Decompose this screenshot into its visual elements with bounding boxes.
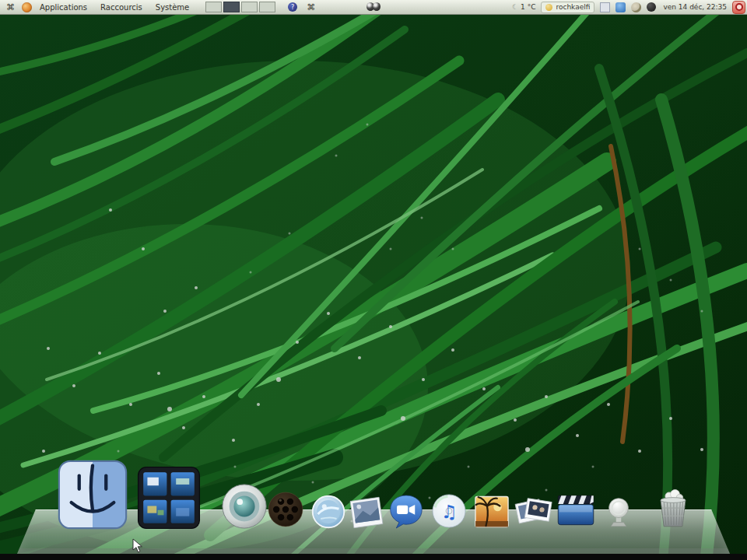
letterbox-bar	[0, 554, 747, 560]
username-label: rochkaelfi	[556, 3, 590, 11]
photo-stack-icon[interactable]	[514, 492, 552, 530]
temperature-label: 1 °C	[521, 3, 535, 11]
menu-applications[interactable]: Applications	[40, 3, 87, 12]
finder-icon[interactable]	[57, 459, 128, 530]
workspace-4[interactable]	[259, 2, 275, 12]
network-icon[interactable]	[615, 2, 626, 12]
window-applet-icon[interactable]	[600, 2, 610, 12]
user-icon	[545, 4, 552, 11]
workspace-switcher[interactable]	[205, 2, 275, 12]
distro-logo-icon[interactable]	[22, 2, 32, 12]
command-icon[interactable]: ⌘	[6, 3, 15, 12]
camera-lens-icon[interactable]	[220, 482, 268, 530]
palm-photo-icon[interactable]	[473, 493, 510, 530]
clock[interactable]: ven 14 déc, 22:35	[663, 3, 727, 11]
volume-icon[interactable]	[647, 2, 656, 12]
music-player-icon[interactable]: ♫	[430, 492, 468, 530]
command-icon-2[interactable]: ⌘	[307, 3, 315, 12]
menu-bar: ⌘ Applications Raccourcis Système ? ⌘ ☾ …	[0, 0, 747, 15]
menu-systeme[interactable]: Système	[156, 3, 189, 12]
spaces-icon[interactable]	[136, 465, 202, 530]
menu-raccourcis[interactable]: Raccourcis	[100, 3, 142, 12]
menu-bar-right: ☾ 1 °C rochkaelfi ven 14 déc, 22:35	[512, 0, 745, 14]
video-chat-icon[interactable]	[388, 493, 425, 530]
menu-bar-left: ⌘ Applications Raccourcis Système ? ⌘	[0, 2, 322, 12]
dock: ♫	[0, 457, 747, 554]
user-switcher-applet[interactable]: rochkaelfi	[541, 2, 594, 13]
film-reel-icon[interactable]	[265, 488, 307, 530]
workspace-1[interactable]	[205, 2, 222, 12]
workspace-2-active[interactable]	[223, 2, 240, 12]
binocular-right	[373, 2, 381, 11]
round-badge-icon[interactable]	[602, 495, 635, 530]
binoculars-icon[interactable]	[366, 2, 381, 11]
help-glyph: ?	[291, 4, 294, 11]
globe-browser-icon[interactable]	[310, 493, 347, 530]
mascot-icon[interactable]	[631, 2, 641, 12]
record-button[interactable]	[732, 1, 745, 14]
desktop-screen: ⌘ Applications Raccourcis Système ? ⌘ ☾ …	[0, 0, 747, 560]
moon-icon: ☾	[512, 4, 518, 11]
weather-applet[interactable]: ☾ 1 °C	[512, 3, 535, 11]
svg-text:♫: ♫	[441, 501, 458, 523]
trash-icon[interactable]	[652, 487, 694, 530]
workspace-3[interactable]	[241, 2, 258, 12]
photo-icon[interactable]	[349, 495, 384, 530]
movie-clapper-icon[interactable]	[556, 490, 596, 530]
record-dot-icon	[735, 3, 743, 11]
help-icon[interactable]: ?	[288, 2, 297, 12]
mouse-cursor	[132, 538, 143, 553]
